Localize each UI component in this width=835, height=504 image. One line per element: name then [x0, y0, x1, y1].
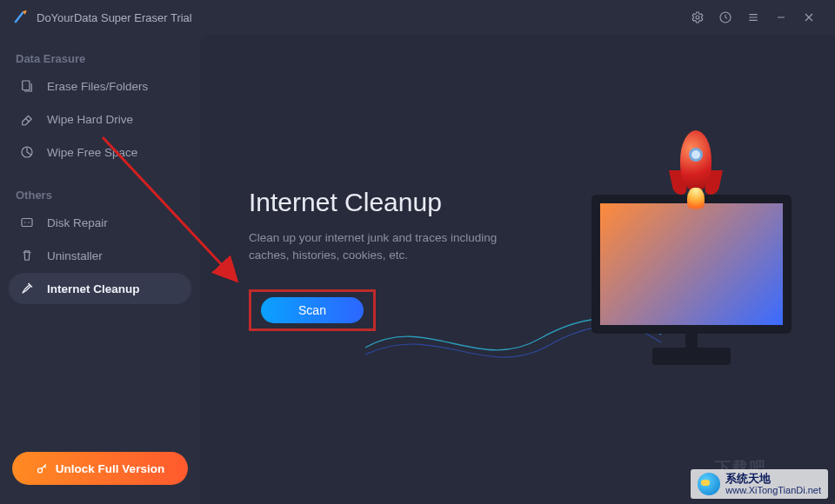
sidebar-item-label: Wipe Hard Drive [47, 113, 133, 126]
sidebar-item-label: Erase Files/Folders [47, 80, 148, 93]
menu-icon[interactable] [739, 3, 767, 31]
svg-rect-2 [23, 81, 30, 90]
scan-button[interactable]: Scan [261, 297, 364, 323]
monitor-stand-icon [652, 348, 731, 365]
sidebar-item-disk-repair[interactable]: Disk Repair [9, 207, 191, 238]
sidebar: Data Erasure Erase Files/Folders Wipe Ha… [0, 35, 200, 504]
sidebar-item-label: Wipe Free Space [47, 146, 137, 159]
rocket-icon [670, 130, 722, 217]
sidebar-item-internet-cleanup[interactable]: Internet Cleanup [9, 273, 191, 304]
history-icon[interactable] [711, 3, 739, 31]
pie-icon [19, 144, 35, 160]
sidebar-item-uninstaller[interactable]: Uninstaller [9, 240, 191, 271]
svg-point-5 [37, 468, 42, 472]
sidebar-item-label: Internet Cleanup [47, 282, 140, 295]
app-title: DoYourData Super Eraser Trial [37, 11, 192, 24]
sidebar-item-wipe-free-space[interactable]: Wipe Free Space [9, 136, 191, 168]
content-area: Internet Cleanup Clean up your internet … [200, 35, 835, 504]
sidebar-item-wipe-drive[interactable]: Wipe Hard Drive [9, 103, 191, 135]
unlock-full-version-button[interactable]: Unlock Full Version [12, 452, 188, 485]
sidebar-item-label: Uninstaller [47, 249, 103, 262]
unlock-label: Unlock Full Version [56, 462, 164, 475]
settings-icon[interactable] [684, 3, 711, 31]
sidebar-item-erase-files[interactable]: Erase Files/Folders [9, 70, 191, 102]
svg-rect-4 [22, 219, 32, 227]
sidebar-section-others: Others [16, 189, 184, 202]
rocket-monitor-illustration [574, 139, 809, 365]
drive-eraser-icon [19, 111, 35, 127]
minimize-icon[interactable] [767, 3, 795, 31]
globe-icon [698, 473, 720, 495]
page-description: Clean up your internet junk and traces i… [249, 229, 518, 265]
watermark-brand: 系统天地 [725, 472, 771, 485]
files-icon [19, 78, 35, 94]
titlebar: DoYourData Super Eraser Trial [0, 0, 835, 35]
key-icon [36, 462, 49, 475]
scan-highlight-box: Scan [249, 289, 376, 331]
disk-repair-icon [19, 215, 35, 230]
watermark-url: www.XiTongTianDi.net [725, 485, 821, 495]
svg-point-0 [696, 16, 699, 19]
sidebar-section-data-erasure: Data Erasure [16, 52, 184, 65]
trash-icon [19, 248, 35, 263]
app-logo-icon [12, 9, 30, 26]
sidebar-item-label: Disk Repair [47, 216, 108, 229]
watermark-badge: 系统天地 www.XiTongTianDi.net [691, 469, 828, 499]
close-icon[interactable] [795, 3, 823, 31]
broom-icon [19, 281, 35, 296]
